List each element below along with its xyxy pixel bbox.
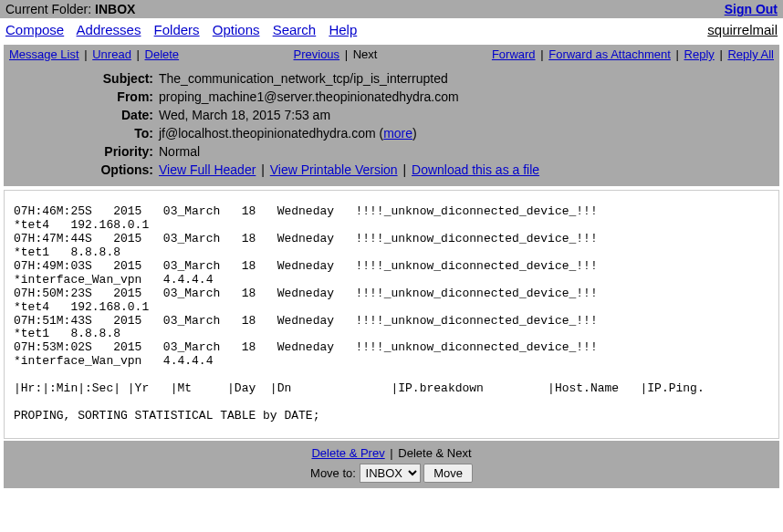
from-value: proping_machine1@server.theopinionatedhy… <box>159 89 776 104</box>
nav-options[interactable]: Options <box>213 22 260 37</box>
delete-prev-link[interactable]: Delete & Prev <box>311 446 384 460</box>
nav-compose[interactable]: Compose <box>5 22 64 37</box>
from-label: From: <box>7 89 159 104</box>
nav-help[interactable]: Help <box>329 22 357 37</box>
message-body: 07H:46M:25S 2015 03_March 18 Wedneday !!… <box>4 190 779 439</box>
options-label: Options: <box>7 162 159 177</box>
forward-attachment-link[interactable]: Forward as Attachment <box>548 47 671 61</box>
message-headers: Subject: The_communication_network_tcp/i… <box>4 64 779 186</box>
date-label: Date: <box>7 108 159 122</box>
view-full-header-link[interactable]: View Full Header <box>159 162 256 177</box>
sign-out-link[interactable]: Sign Out <box>725 2 778 16</box>
current-folder-name: INBOX <box>95 2 135 16</box>
delete-next-text: Delete & Next <box>398 446 471 460</box>
message-list-link[interactable]: Message List <box>9 47 79 61</box>
view-printable-link[interactable]: View Printable Version <box>270 162 398 177</box>
move-to-label: Move to: <box>310 466 356 480</box>
subject-value: The_communication_network_tcp/ip_is_inte… <box>159 71 776 86</box>
to-label: To: <box>7 126 159 141</box>
delete-link[interactable]: Delete <box>145 47 180 61</box>
message-actions-bar: Message List | Unread | Delete Previous … <box>4 45 779 64</box>
reply-all-link[interactable]: Reply All <box>727 47 774 61</box>
date-value: Wed, March 18, 2015 7:53 am <box>159 108 776 122</box>
bottom-bar: Delete & Prev | Delete & Next Move to: I… <box>4 441 779 488</box>
current-folder-label: Current Folder: <box>5 2 91 16</box>
brand-link[interactable]: squirrelmail <box>707 22 778 37</box>
next-text: Next <box>353 47 378 61</box>
move-button[interactable]: Move <box>423 464 473 483</box>
current-folder: Current Folder: INBOX <box>5 2 135 16</box>
unread-link[interactable]: Unread <box>92 47 131 61</box>
nav-folders[interactable]: Folders <box>154 22 200 37</box>
previous-link[interactable]: Previous <box>294 47 340 61</box>
nav-search[interactable]: Search <box>273 22 317 37</box>
nav-addresses[interactable]: Addresses <box>77 22 141 37</box>
reply-link[interactable]: Reply <box>684 47 715 61</box>
forward-link[interactable]: Forward <box>492 47 536 61</box>
to-more-link[interactable]: more <box>383 126 412 141</box>
nav-bar: Compose Addresses Folders Options Search… <box>0 18 783 41</box>
subject-label: Subject: <box>7 71 159 86</box>
to-value: jf@localhost.theopinionatedhydra.com (mo… <box>159 126 776 141</box>
top-bar: Current Folder: INBOX Sign Out <box>0 0 783 18</box>
priority-value: Normal <box>159 144 776 159</box>
priority-label: Priority: <box>7 144 159 159</box>
download-link[interactable]: Download this as a file <box>412 162 539 177</box>
move-to-select[interactable]: INBOX <box>360 464 421 483</box>
